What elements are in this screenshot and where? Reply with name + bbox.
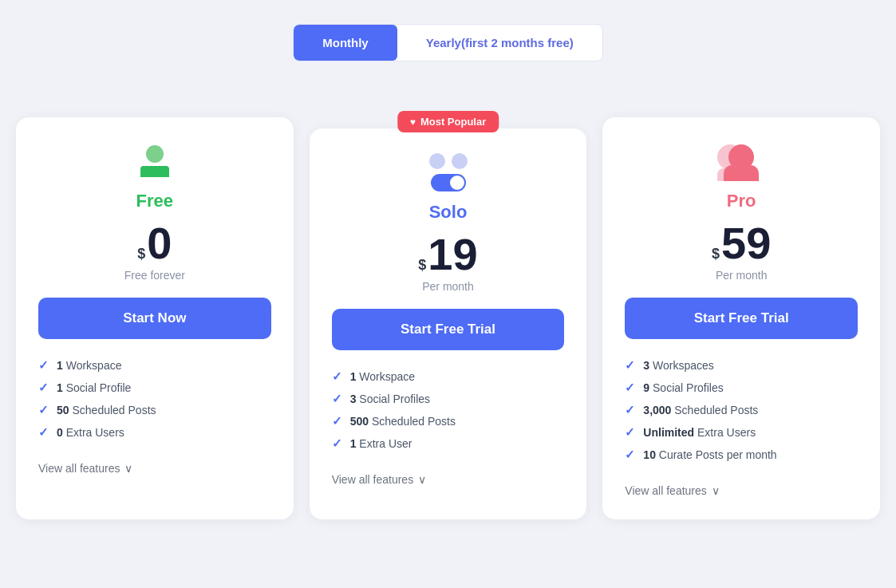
solo-price-amount: 19	[428, 232, 477, 277]
check-icon: ✓	[625, 381, 635, 395]
check-icon: ✓	[332, 392, 342, 406]
list-item: ✓ 1 Workspace	[332, 369, 565, 384]
free-icon-body	[140, 166, 169, 177]
solo-price-period: Per month	[332, 280, 565, 293]
solo-cta-button[interactable]: Start Free Trial	[332, 309, 565, 350]
pro-plan-name: Pro	[625, 191, 858, 211]
list-item: ✓ 10 Curate Posts per month	[625, 448, 858, 462]
check-icon: ✓	[38, 381, 49, 395]
feature-highlight: Unlimited	[643, 426, 694, 439]
list-item: ✓ 3 Workspaces	[625, 358, 858, 373]
view-all-label: View all features	[332, 473, 413, 486]
chevron-down-icon: ∨	[124, 462, 132, 475]
solo-plan-price: $ 19	[332, 232, 565, 277]
solo-plan-icon	[332, 152, 565, 192]
feature-highlight: 50	[57, 404, 69, 416]
chevron-down-icon: ∨	[712, 484, 720, 497]
solo-view-all-features[interactable]: View all features ∨	[332, 473, 426, 486]
free-icon-graphic	[140, 145, 169, 177]
most-popular-label: Most Popular	[420, 116, 486, 128]
billing-toggle: Monthly Yearly(first 2 months free)	[293, 24, 603, 61]
list-item: ✓ 500 Scheduled Posts	[332, 414, 565, 428]
free-plan-price: $ 0	[38, 221, 271, 266]
feature-highlight: 1	[57, 381, 63, 394]
solo-avatars	[429, 153, 468, 169]
check-icon: ✓	[332, 369, 342, 384]
check-icon: ✓	[332, 414, 342, 428]
feature-highlight: 3,000	[643, 404, 671, 416]
solo-toggle-knob	[450, 176, 464, 190]
feature-highlight: 1	[350, 437, 357, 450]
list-item: ✓ 9 Social Profiles	[625, 381, 858, 395]
pro-plan-icon	[625, 141, 858, 181]
list-item: ✓ 1 Workspace	[38, 358, 271, 373]
view-all-label: View all features	[38, 462, 120, 475]
free-plan-name: Free	[38, 191, 271, 211]
pro-cta-button[interactable]: Start Free Trial	[625, 298, 858, 339]
list-item: ✓ Unlimited Extra Users	[625, 425, 858, 440]
free-plan-icon	[38, 141, 271, 181]
feature-highlight: 1	[350, 370, 357, 383]
view-all-label: View all features	[625, 484, 706, 497]
free-plan-card: Free $ 0 Free forever Start Now ✓ 1 Work…	[16, 117, 294, 519]
free-icon-head	[146, 145, 164, 163]
solo-dollar-sign: $	[418, 257, 426, 274]
pro-person-front-body	[724, 165, 759, 181]
list-item: ✓ 3,000 Scheduled Posts	[625, 403, 858, 417]
list-item: ✓ 0 Extra Users	[38, 425, 271, 440]
check-icon: ✓	[332, 436, 342, 451]
solo-plan-name: Solo	[332, 202, 565, 223]
check-icon: ✓	[38, 358, 49, 373]
check-icon: ✓	[625, 403, 635, 417]
feature-highlight: 10	[643, 448, 656, 461]
solo-toggle-bar	[431, 174, 466, 191]
check-icon: ✓	[38, 425, 49, 440]
avatar-dot-2	[452, 153, 468, 169]
plans-container: Free $ 0 Free forever Start Now ✓ 1 Work…	[16, 93, 880, 519]
yearly-toggle[interactable]: Yearly(first 2 months free)	[397, 25, 602, 61]
avatar-dot-1	[429, 153, 445, 169]
pro-plan-card: Pro $ 59 Per month Start Free Trial ✓ 3 …	[602, 117, 880, 519]
free-cta-button[interactable]: Start Now	[38, 298, 271, 339]
feature-highlight: 3	[350, 393, 357, 405]
pro-view-all-features[interactable]: View all features ∨	[625, 484, 719, 497]
pro-icon-graphic	[717, 141, 765, 181]
free-view-all-features[interactable]: View all features ∨	[38, 462, 132, 475]
check-icon: ✓	[625, 448, 635, 462]
pro-price-period: Per month	[625, 269, 858, 282]
pro-price-amount: 59	[721, 221, 771, 266]
solo-icon-graphic	[429, 153, 468, 191]
free-features-list: ✓ 1 Workspace ✓ 1 Social Profile ✓ 50 Sc…	[38, 358, 271, 440]
pro-plan-price: $ 59	[625, 221, 858, 266]
free-price-amount: 0	[147, 221, 172, 266]
check-icon: ✓	[38, 403, 49, 417]
list-item: ✓ 1 Social Profile	[38, 381, 271, 395]
heart-icon: ♥	[410, 116, 416, 128]
pro-features-list: ✓ 3 Workspaces ✓ 9 Social Profiles ✓ 3,0…	[625, 358, 858, 462]
chevron-down-icon: ∨	[418, 473, 426, 486]
check-icon: ✓	[625, 425, 635, 440]
feature-highlight: 3	[643, 359, 649, 372]
monthly-toggle[interactable]: Monthly	[294, 25, 397, 61]
feature-highlight: 500	[350, 415, 369, 428]
free-price-period: Free forever	[38, 269, 271, 282]
most-popular-badge: ♥ Most Popular	[397, 111, 499, 132]
free-dollar-sign: $	[137, 246, 145, 262]
list-item: ✓ 1 Extra User	[332, 436, 565, 451]
list-item: ✓ 50 Scheduled Posts	[38, 403, 271, 417]
list-item: ✓ 3 Social Profiles	[332, 392, 565, 406]
check-icon: ✓	[625, 358, 635, 373]
solo-plan-card: ♥ Most Popular Solo $ 19 Per month Start…	[310, 128, 587, 519]
solo-features-list: ✓ 1 Workspace ✓ 3 Social Profiles ✓ 500 …	[332, 369, 565, 451]
feature-highlight: 9	[643, 381, 649, 394]
feature-highlight: 0	[57, 426, 63, 439]
feature-highlight: 1	[57, 359, 63, 372]
pro-dollar-sign: $	[712, 246, 720, 262]
